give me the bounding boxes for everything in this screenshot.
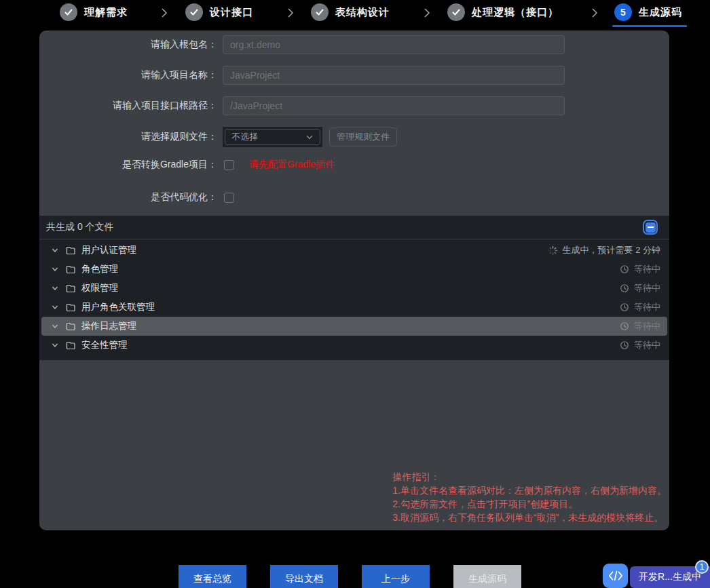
file-row-operation-log[interactable]: 操作日志管理 等待中 — [41, 317, 667, 336]
form-row-api-root: 请输入项目接口根路径： — [39, 96, 565, 115]
minus-icon — [646, 222, 656, 233]
file-row-permission[interactable]: 权限管理 等待中 — [41, 279, 667, 298]
rule-file-label: 请选择规则文件： — [39, 131, 217, 143]
step-process-logic[interactable]: 处理逻辑（接口） — [447, 3, 559, 21]
row-status: 等待中 — [620, 282, 660, 294]
export-doc-button[interactable]: 导出文档 — [270, 565, 338, 588]
clock-icon — [620, 321, 629, 331]
generate-source-panel: 请输入根包名： 请输入项目名称： 请输入项目接口根路径： 请选择规则文件： 不选… — [39, 31, 669, 530]
project-name-input[interactable] — [223, 66, 565, 85]
folder-name: 安全性管理 — [81, 339, 128, 351]
status-text: 等待中 — [634, 339, 660, 351]
operation-guide: 操作指引： 1.单击文件名查看源码对比：左侧为原有内容，右侧为新增内容。 2.勾… — [392, 470, 667, 524]
rule-file-select[interactable]: 不选择 — [225, 129, 320, 145]
check-icon — [189, 7, 199, 17]
rule-file-select-wrap: 不选择 — [223, 127, 322, 147]
chevron-down-icon[interactable] — [51, 246, 59, 254]
step-label: 表结构设计 — [335, 6, 390, 19]
folder-icon — [66, 265, 76, 274]
clock-icon — [620, 302, 629, 312]
code-icon — [608, 570, 623, 582]
chevron-down-icon — [305, 133, 314, 141]
clock-icon — [620, 264, 629, 274]
file-list-header: 共生成 0 个文件 — [39, 216, 669, 239]
stepper: 理解需求 设计接口 表结构设计 处理逻辑（接口） 5 生成源码 — [0, 0, 710, 31]
form-row-gradle: 是否转换Gradle项目： 请先配置Gradle插件 — [39, 159, 335, 171]
folder-icon — [66, 284, 76, 293]
step-done-icon — [447, 3, 465, 21]
clock-icon — [620, 283, 629, 293]
status-text: 等待中 — [634, 282, 660, 294]
generate-source-button[interactable]: 生成源码 — [453, 565, 521, 588]
form-row-project: 请输入项目名称： — [39, 66, 565, 85]
chevron-down-icon[interactable] — [51, 284, 59, 292]
step-arrow-icon — [422, 7, 432, 18]
guide-line-3: 3.取消源码，右下角任务队列单击“取消”，未生成的模块将终止。 — [392, 511, 667, 524]
view-overview-button[interactable]: 查看总览 — [179, 565, 246, 588]
step-table-design[interactable]: 表结构设计 — [311, 3, 390, 21]
step-done-icon — [185, 3, 203, 21]
file-row-user-role-relation[interactable]: 用户角色关联管理 等待中 — [41, 298, 667, 317]
gradle-warning-text: 请先配置Gradle插件 — [249, 159, 335, 171]
chevron-down-icon[interactable] — [51, 265, 59, 273]
chevron-down-icon[interactable] — [51, 303, 59, 311]
row-status: 等待中 — [620, 320, 660, 332]
folder-icon — [66, 322, 76, 331]
gradle-convert-label: 是否转换Gradle项目： — [39, 159, 217, 171]
row-status: 等待中 — [620, 301, 660, 313]
step-number-badge: 5 — [614, 3, 632, 21]
file-row-role[interactable]: 角色管理 等待中 — [41, 260, 667, 279]
chevron-down-icon[interactable] — [51, 322, 59, 330]
step-done-icon — [311, 3, 329, 21]
step-arrow-icon — [286, 7, 295, 18]
folder-name: 操作日志管理 — [81, 320, 136, 332]
manage-rule-files-button[interactable]: 管理规则文件 — [329, 128, 397, 146]
row-status: 等待中 — [620, 263, 660, 275]
guide-title: 操作指引： — [392, 470, 667, 484]
code-panel-button[interactable] — [603, 564, 628, 588]
folder-icon — [66, 303, 76, 312]
project-name-label: 请输入项目名称： — [39, 69, 217, 81]
package-input[interactable] — [223, 35, 565, 54]
api-root-input[interactable] — [223, 96, 565, 115]
package-label: 请输入根包名： — [39, 39, 217, 51]
check-icon — [451, 7, 461, 17]
file-row-user-auth[interactable]: 用户认证管理 生成中，预计需要 2 分钟 — [41, 241, 667, 260]
active-step-underline — [612, 25, 687, 27]
status-text: 等待中 — [634, 301, 660, 313]
folder-icon — [66, 341, 76, 350]
folder-name: 用户认证管理 — [81, 244, 136, 256]
step-design-interface[interactable]: 设计接口 — [185, 3, 253, 21]
code-optimize-checkbox[interactable] — [224, 193, 234, 203]
row-status: 等待中 — [620, 339, 660, 351]
check-icon — [64, 7, 73, 17]
guide-line-2: 2.勾选所需文件，点击“打开项目”创建项目。 — [392, 497, 667, 511]
guide-line-1: 1.单击文件名查看源码对比：左侧为原有内容，右侧为新增内容。 — [392, 484, 667, 497]
previous-step-button[interactable]: 上一步 — [362, 565, 430, 588]
step-label: 设计接口 — [210, 6, 253, 19]
gradle-convert-checkbox[interactable] — [224, 160, 234, 170]
step-done-icon — [60, 3, 77, 21]
generated-files-section: 共生成 0 个文件 用户认证管理 生成中，预计需要 2 分钟 角色管理 等待中 — [39, 216, 669, 360]
form-row-rule-file: 请选择规则文件： 不选择 管理规则文件 — [39, 127, 397, 147]
folder-name: 用户角色关联管理 — [81, 301, 155, 313]
step-label: 处理逻辑（接口） — [472, 6, 559, 19]
step-label: 理解需求 — [84, 6, 128, 19]
status-text: 等待中 — [634, 320, 660, 332]
file-row-security[interactable]: 安全性管理 等待中 — [41, 336, 667, 355]
clock-icon — [620, 340, 629, 350]
chevron-down-icon[interactable] — [51, 341, 59, 349]
step-understand-requirements[interactable]: 理解需求 — [60, 3, 128, 21]
file-count-summary: 共生成 0 个文件 — [46, 221, 114, 233]
folder-name: 权限管理 — [81, 282, 118, 294]
code-optimize-label: 是否代码优化： — [39, 191, 217, 203]
step-label: 生成源码 — [639, 6, 682, 19]
form-row-package: 请输入根包名： — [39, 35, 565, 54]
step-arrow-icon — [160, 7, 169, 18]
status-text: 生成中，预计需要 2 分钟 — [563, 244, 660, 256]
collapse-list-button[interactable] — [643, 220, 658, 235]
form-row-optimize: 是否代码优化： — [39, 191, 234, 203]
step-arrow-icon — [590, 7, 599, 18]
step-generate-source[interactable]: 5 生成源码 — [614, 3, 682, 21]
check-icon — [315, 7, 324, 17]
